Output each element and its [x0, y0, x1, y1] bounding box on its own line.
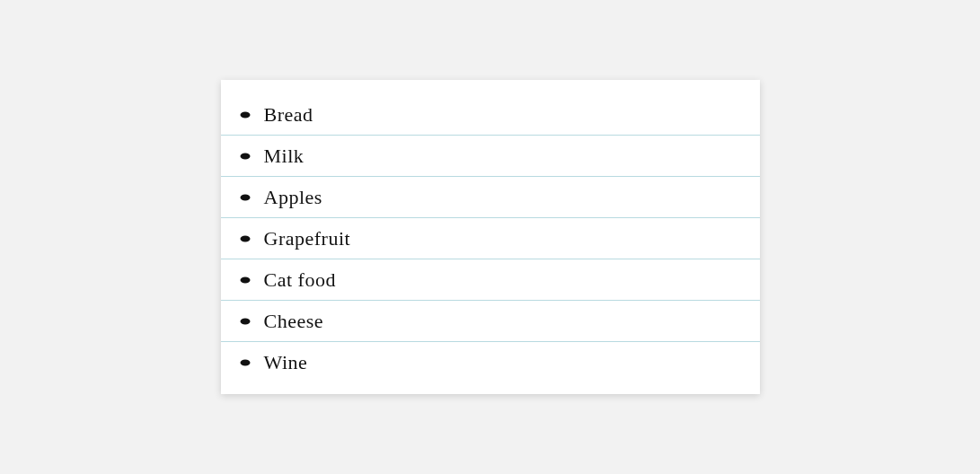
list-item: Bread — [221, 80, 760, 136]
bullet-icon — [239, 109, 252, 121]
list-item-label: Apples — [264, 186, 322, 209]
svg-point-0 — [240, 111, 250, 118]
list-item: Cheese — [221, 301, 760, 342]
svg-point-3 — [240, 235, 250, 241]
list-item-label: Cheese — [264, 310, 324, 333]
svg-point-5 — [240, 318, 250, 324]
bullet-icon — [239, 356, 252, 369]
list-item-label: Wine — [264, 351, 308, 374]
bullet-icon — [239, 274, 252, 286]
list-item-label: Milk — [264, 145, 305, 168]
list-item-label: Cat food — [264, 268, 336, 292]
list-item-label: Bread — [264, 103, 313, 127]
list-item: Grapefruit — [221, 218, 760, 259]
bullet-icon — [239, 191, 252, 204]
svg-point-1 — [240, 153, 250, 159]
bullet-icon — [239, 150, 252, 162]
list-item: Apples — [221, 177, 760, 218]
shopping-list: Bread Milk Apples Grapefruit Cat food — [221, 80, 760, 394]
svg-point-2 — [240, 194, 250, 200]
list-item: Cat food — [221, 259, 760, 301]
bullet-icon — [239, 233, 252, 245]
list-item-label: Grapefruit — [264, 227, 351, 250]
notepad-card: Bread Milk Apples Grapefruit Cat food — [221, 80, 760, 394]
bullet-icon — [239, 315, 252, 328]
list-item: Wine — [221, 342, 760, 394]
svg-point-6 — [240, 360, 250, 366]
svg-point-4 — [240, 276, 250, 283]
list-item: Milk — [221, 136, 760, 177]
